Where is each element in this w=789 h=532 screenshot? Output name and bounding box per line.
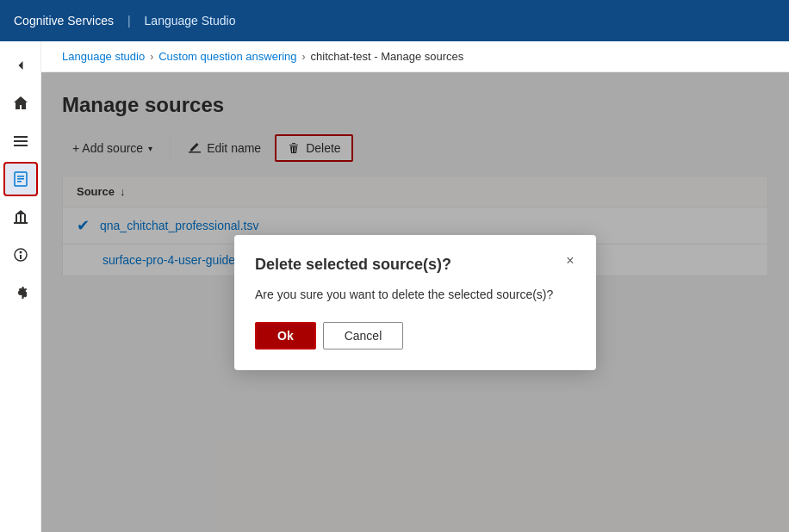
svg-rect-4: [17, 176, 24, 177]
breadcrumb-sep-1: ›: [150, 51, 153, 63]
main-content: Language studio › Custom question answer…: [41, 41, 789, 532]
svg-rect-10: [14, 222, 28, 224]
sidebar-item-collapse[interactable]: [3, 48, 38, 83]
dialog-body: Are you sure you want to delete the sele…: [255, 288, 575, 301]
cancel-button[interactable]: Cancel: [323, 322, 404, 350]
dialog-title: Delete selected source(s)?: [255, 256, 575, 274]
svg-rect-6: [17, 181, 22, 182]
close-icon: ×: [566, 253, 574, 269]
breadcrumb: Language studio › Custom question answer…: [41, 41, 789, 72]
dialog-close-button[interactable]: ×: [558, 249, 582, 273]
sidebar-item-settings[interactable]: [3, 275, 38, 310]
sidebar: [0, 41, 41, 532]
breadcrumb-current: chitchat-test - Manage sources: [311, 50, 464, 63]
sidebar-item-knowledge-base[interactable]: [3, 162, 38, 196]
modal-overlay: Delete selected source(s)? × Are you sur…: [41, 72, 789, 532]
svg-rect-5: [17, 178, 24, 180]
delete-dialog: Delete selected source(s)? × Are you sur…: [234, 235, 596, 370]
svg-rect-7: [16, 214, 17, 222]
sidebar-item-home[interactable]: [3, 86, 38, 121]
svg-rect-2: [14, 145, 28, 146]
svg-point-12: [19, 251, 22, 254]
top-nav-service: Cognitive Services: [14, 14, 114, 28]
top-nav-studio: Language Studio: [145, 14, 236, 28]
svg-rect-13: [20, 255, 22, 259]
sidebar-item-deploy[interactable]: [3, 200, 38, 234]
breadcrumb-custom-qa[interactable]: Custom question answering: [158, 50, 296, 63]
svg-rect-9: [24, 214, 26, 222]
page-area: Manage sources + Add source ▾ Edit name …: [41, 72, 789, 532]
svg-rect-8: [20, 214, 22, 222]
sidebar-item-test[interactable]: [3, 238, 38, 272]
breadcrumb-sep-2: ›: [302, 51, 306, 63]
svg-rect-0: [14, 136, 28, 138]
top-nav-divider: |: [127, 14, 131, 28]
breadcrumb-language-studio[interactable]: Language studio: [62, 50, 145, 63]
dialog-actions: Ok Cancel: [255, 322, 575, 350]
ok-button[interactable]: Ok: [255, 322, 316, 350]
svg-rect-1: [14, 140, 28, 142]
top-nav: Cognitive Services | Language Studio: [0, 0, 789, 41]
sidebar-item-menu[interactable]: [3, 124, 38, 158]
